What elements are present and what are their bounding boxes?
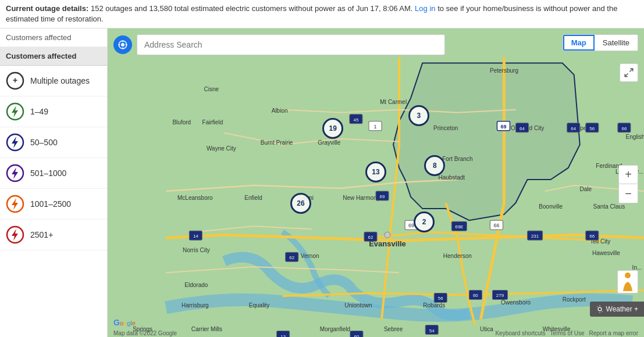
svg-text:62: 62 (368, 235, 373, 241)
outage-info-text: 152 outages and 13,580 total estimated e… (91, 4, 415, 13)
legend-label-1001-2500: 1001–2500 (30, 199, 71, 209)
outage-marker-m6[interactable]: 2 (414, 211, 435, 232)
legend-label-50-500: 50–500 (30, 138, 58, 147)
svg-marker-9 (12, 198, 18, 210)
svg-text:Mt Carmel: Mt Carmel (380, 99, 407, 105)
legend-item-501-1000: 501–1000 (0, 158, 107, 189)
zoom-out-button[interactable]: − (619, 184, 638, 203)
legend-item-multiple: + Multiple outages (0, 66, 107, 96)
svg-text:Eldorado: Eldorado (184, 282, 208, 289)
svg-text:14: 14 (193, 234, 198, 239)
svg-marker-5 (12, 137, 18, 148)
svg-text:Bluford: Bluford (172, 119, 191, 126)
sidebar: Customers affected Customers affected + … (0, 28, 108, 337)
svg-text:New Harmony: New Harmony (343, 195, 379, 201)
svg-text:Burnt Prairie: Burnt Prairie (261, 139, 293, 146)
svg-point-13 (385, 232, 390, 238)
multiple-outages-icon: + (6, 71, 24, 90)
svg-point-108 (121, 43, 124, 46)
zoom-controls: + − (618, 165, 638, 203)
svg-text:279: 279 (496, 293, 504, 299)
terms-of-use-link[interactable]: Terms of Use (550, 330, 585, 336)
map-footer: Map data ©2022 Google Keyboard shortcuts… (108, 330, 644, 336)
svg-line-115 (625, 74, 628, 77)
legend-label-multiple: Multiple outages (30, 76, 90, 85)
svg-text:Harrisburg: Harrisburg (182, 303, 209, 309)
svg-text:69E: 69E (455, 225, 463, 230)
svg-text:Santa Claus: Santa Claus (593, 203, 625, 210)
map-background: Evansville Petersburg Oakland City Jaspe… (108, 28, 644, 337)
fullscreen-button[interactable] (620, 63, 638, 82)
svg-text:Uniontown: Uniontown (344, 303, 372, 309)
svg-text:Rockport: Rockport (563, 297, 586, 303)
map-type-map-button[interactable]: Map (563, 35, 595, 51)
sidebar-header: Customers affected (0, 47, 107, 66)
svg-text:Fairfield: Fairfield (202, 119, 223, 126)
sidebar-header-top: Customers affected (0, 28, 107, 47)
outage-info-label: Current outage details: (6, 4, 88, 13)
map-data-label: Map data ©2022 Google (113, 330, 177, 336)
legend-item-2501-plus: 2501+ (0, 220, 107, 250)
svg-text:64: 64 (571, 126, 576, 131)
address-search-input[interactable] (137, 34, 445, 55)
main-container: Customers affected Customers affected + … (0, 28, 644, 337)
map-footer-right: Keyboard shortcuts Terms of Use Report a… (495, 330, 638, 336)
locate-button[interactable] (113, 35, 132, 54)
svg-line-120 (597, 307, 597, 307)
map-type-satellite-button[interactable]: Satellite (595, 35, 638, 51)
svg-text:45: 45 (353, 117, 358, 123)
legend-label-1-49: 1–49 (30, 107, 48, 116)
legend-label-2501-plus: 2501+ (30, 230, 53, 239)
svg-text:Dale: Dale (579, 186, 592, 192)
svg-text:Owensboro: Owensboro (501, 300, 531, 306)
svg-text:Hawesville: Hawesville (592, 250, 620, 257)
map-container[interactable]: Evansville Petersburg Oakland City Jaspe… (108, 28, 644, 337)
2501-plus-icon (6, 225, 24, 244)
svg-text:66: 66 (589, 234, 595, 239)
weather-button[interactable]: Weather + (590, 302, 644, 317)
svg-text:Enfield: Enfield (244, 195, 262, 201)
svg-text:Henderson: Henderson (443, 253, 472, 260)
outage-marker-m3[interactable]: 13 (365, 162, 386, 182)
outage-marker-m2[interactable]: 3 (408, 105, 429, 126)
legend-label-501-1000: 501–1000 (30, 168, 66, 178)
svg-marker-7 (12, 167, 18, 179)
svg-marker-11 (12, 229, 18, 241)
501-1000-icon (6, 164, 24, 182)
login-link[interactable]: Log in (415, 4, 435, 13)
zoom-in-button[interactable]: + (619, 166, 638, 184)
svg-text:Cisne: Cisne (204, 86, 219, 92)
svg-text:Grayville: Grayville (318, 139, 340, 146)
sidebar-header-label: Customers affected (6, 52, 76, 60)
svg-text:69: 69 (500, 124, 506, 130)
svg-text:62: 62 (289, 256, 294, 261)
outage-info-bar: Current outage details: 152 outages and … (0, 0, 644, 28)
svg-text:Albion: Albion (272, 107, 288, 114)
svg-text:English: English (626, 134, 644, 140)
outage-marker-m1[interactable]: 19 (322, 118, 343, 139)
svg-text:Wayne City: Wayne City (207, 145, 236, 152)
svg-text:Petersburg: Petersburg (490, 67, 518, 74)
weather-label: Weather + (606, 305, 638, 313)
svg-text:56: 56 (589, 126, 595, 131)
report-error-link[interactable]: Report a map error (589, 330, 638, 336)
svg-text:64: 64 (520, 126, 525, 131)
svg-point-117 (598, 307, 602, 311)
legend-item-50-500: 50–500 (0, 127, 107, 158)
street-view-button[interactable] (617, 270, 638, 293)
50-500-icon (6, 133, 24, 152)
svg-text:Princeton: Princeton (433, 125, 458, 131)
outage-marker-m4[interactable]: 8 (424, 155, 445, 176)
legend-item-1-49: 1–49 (0, 96, 107, 127)
svg-text:Equality: Equality (249, 303, 270, 309)
map-type-toggle: Map Satellite (563, 34, 638, 51)
outage-marker-m5[interactable]: 26 (290, 193, 311, 214)
svg-text:1: 1 (373, 124, 376, 130)
svg-text:69: 69 (380, 194, 385, 199)
svg-text:56: 56 (438, 296, 443, 302)
google-logo: Google (113, 318, 136, 327)
legend-item-1001-2500: 1001–2500 (0, 189, 107, 220)
svg-text:66: 66 (621, 126, 627, 131)
svg-text:Haubstadt: Haubstadt (438, 174, 465, 181)
keyboard-shortcuts-link[interactable]: Keyboard shortcuts (495, 330, 545, 336)
